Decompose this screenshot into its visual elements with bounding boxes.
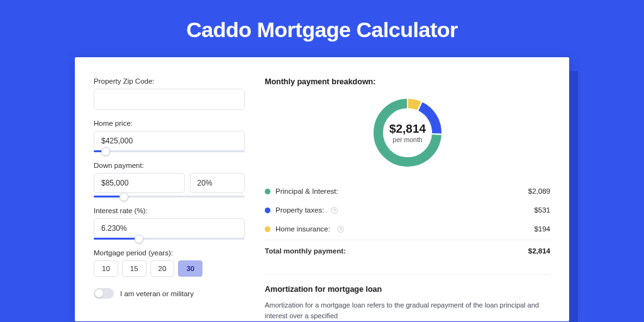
inputs-column: Property Zip Code: Home price: Down paym…	[94, 77, 245, 321]
donut-amount: $2,814	[389, 122, 426, 136]
legend-dot	[265, 208, 270, 213]
home-price-slider[interactable]	[94, 150, 245, 152]
page-title: Caddo Mortgage Calculator	[0, 0, 644, 57]
zip-input[interactable]	[94, 89, 245, 110]
period-button-20[interactable]: 20	[150, 260, 175, 277]
panel-right-shadow	[569, 71, 578, 322]
info-icon[interactable]: ?	[331, 207, 338, 214]
legend-label: Home insurance:	[275, 225, 330, 233]
total-label: Total monthly payment:	[265, 247, 346, 255]
breakdown-legend: Principal & Interest:$2,089Property taxe…	[265, 182, 550, 238]
legend-value: $531	[534, 206, 550, 214]
period-button-10[interactable]: 10	[94, 260, 118, 277]
legend-row: Property taxes:?$531	[265, 201, 550, 219]
legend-dot	[265, 189, 270, 194]
period-button-30[interactable]: 30	[178, 260, 203, 277]
veteran-toggle-row: I am veteran or military	[94, 288, 245, 299]
legend-value: $2,089	[528, 187, 550, 195]
amortization-title: Amortization for mortgage loan	[265, 285, 550, 294]
slider-thumb[interactable]	[101, 147, 110, 156]
home-price-input[interactable]	[94, 131, 245, 151]
interest-rate-label: Interest rate (%):	[94, 207, 245, 214]
veteran-label: I am veteran or military	[120, 290, 194, 297]
interest-rate-input[interactable]	[94, 218, 245, 238]
legend-label: Principal & Interest:	[275, 187, 338, 195]
legend-dot	[265, 226, 270, 232]
amortization-section: Amortization for mortgage loan Amortizat…	[265, 274, 550, 321]
legend-row: Home insurance:?$194	[265, 219, 550, 238]
donut-sub: per month	[389, 136, 426, 143]
mortgage-period-label: Mortgage period (years):	[94, 249, 245, 257]
period-buttons: 10152030	[94, 260, 245, 277]
interest-rate-field: Interest rate (%):	[94, 207, 245, 240]
zip-field: Property Zip Code:	[94, 77, 245, 110]
period-button-15[interactable]: 15	[122, 260, 147, 277]
donut-center: $2,814 per month	[389, 122, 426, 143]
calculator-panel: Property Zip Code: Home price: Down paym…	[75, 57, 569, 321]
toggle-knob	[95, 289, 103, 297]
donut-chart: $2,814 per month	[265, 95, 550, 170]
interest-rate-slider[interactable]	[94, 238, 245, 240]
down-payment-slider[interactable]	[94, 196, 245, 197]
slider-thumb[interactable]	[135, 235, 143, 243]
home-price-label: Home price:	[94, 119, 245, 127]
breakdown-title: Monthly payment breakdown:	[265, 77, 550, 86]
slider-thumb[interactable]	[119, 192, 128, 201]
down-payment-field: Down payment:	[94, 162, 245, 197]
zip-label: Property Zip Code:	[94, 77, 245, 85]
down-payment-label: Down payment:	[94, 162, 245, 169]
mortgage-period-field: Mortgage period (years): 10152030	[94, 249, 245, 277]
veteran-toggle[interactable]	[94, 288, 114, 299]
breakdown-column: Monthly payment breakdown: $2,814 per mo…	[265, 77, 550, 321]
down-payment-pct-input[interactable]	[190, 173, 245, 193]
legend-value: $194	[534, 225, 550, 233]
legend-label: Property taxes:	[275, 206, 324, 214]
down-payment-input[interactable]	[94, 173, 185, 193]
amortization-text: Amortization for a mortgage loan refers …	[265, 300, 550, 321]
total-row: Total monthly payment: $2,814	[265, 240, 550, 260]
home-price-field: Home price:	[94, 119, 245, 152]
total-value: $2,814	[528, 247, 550, 255]
legend-row: Principal & Interest:$2,089	[265, 182, 550, 201]
info-icon[interactable]: ?	[337, 226, 344, 233]
